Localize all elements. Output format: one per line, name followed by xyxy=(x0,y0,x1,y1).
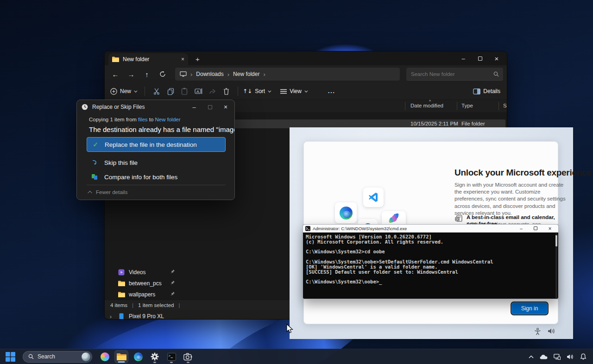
maximize-button[interactable] xyxy=(530,226,542,231)
tab-close-icon[interactable]: × xyxy=(181,56,184,63)
breadcrumb-chevron: › xyxy=(227,71,229,78)
minimize-button[interactable]: – xyxy=(515,226,527,231)
forward-button[interactable]: → xyxy=(124,68,138,81)
search-input[interactable] xyxy=(406,68,503,81)
status-divider: | xyxy=(132,302,133,308)
file-date-modified: 10/15/2025 2:11 PM xyxy=(410,121,458,126)
search-icon xyxy=(493,71,499,77)
cmd-title-bar: Administrator: C:\WINDOWS\system32\cmd.e… xyxy=(303,225,558,232)
start-button[interactable] xyxy=(6,352,15,362)
sidebar-item-videos[interactable]: Videos xyxy=(105,267,179,278)
dialog-title: Replace or Skip Files xyxy=(92,104,145,110)
sidebar-item-between-pcs[interactable]: between_pcs xyxy=(105,278,179,289)
edge-icon xyxy=(340,207,353,220)
explorer-tab-title: New folder xyxy=(123,56,177,63)
maximize-button[interactable] xyxy=(472,51,488,65)
copy-description-prefix: Copying 1 item from xyxy=(89,117,137,122)
sort-button-label: Sort xyxy=(255,88,265,94)
notifications-bell-icon[interactable] xyxy=(580,353,587,360)
view-button-label: View xyxy=(290,88,302,94)
taskbar-screenshot-button[interactable] xyxy=(181,350,195,363)
paste-button[interactable] xyxy=(177,88,191,95)
taskbar-edge-button[interactable] xyxy=(131,350,145,363)
cut-button[interactable] xyxy=(150,88,164,95)
source-folder-link[interactable]: files xyxy=(138,117,147,122)
paste-icon xyxy=(181,88,188,95)
new-plus-icon xyxy=(110,88,117,95)
compare-option-label: Compare info for both files xyxy=(104,174,177,181)
maximize-button[interactable] xyxy=(202,100,218,114)
cmd-icon xyxy=(305,226,310,231)
toolbar-divider xyxy=(238,87,238,96)
copy-progress-clock-icon xyxy=(82,104,88,110)
onedrive-cloud-icon[interactable] xyxy=(540,354,548,359)
toolbar-divider xyxy=(145,87,145,96)
taskbar-search-label: Search xyxy=(38,353,55,360)
hidden-icons-chevron[interactable] xyxy=(529,355,534,358)
minimize-button[interactable]: – xyxy=(186,100,202,114)
skip-arrow-icon xyxy=(91,160,98,166)
details-pane-button[interactable]: Details xyxy=(473,88,500,94)
volume-tray-icon[interactable] xyxy=(567,354,574,360)
taskbar-search-box[interactable]: Search xyxy=(23,351,92,363)
column-header-type[interactable]: Type xyxy=(461,103,473,108)
pin-icon xyxy=(170,280,175,285)
network-tray-icon[interactable] xyxy=(554,354,561,360)
breadcrumb-item-downloads[interactable]: Downloads xyxy=(196,71,223,77)
taskbar: Search >_ xyxy=(0,349,593,364)
column-divider[interactable] xyxy=(457,102,457,110)
outlook-icon xyxy=(455,215,462,222)
taskbar-terminal-button[interactable]: >_ xyxy=(164,350,178,363)
oobe-title: Unlock your Microsoft experience xyxy=(454,168,566,178)
taskbar-settings-button[interactable] xyxy=(148,350,162,363)
sign-in-button[interactable]: Sign in xyxy=(511,302,548,314)
share-button[interactable] xyxy=(205,88,219,94)
sidebar-item-pixel-phone[interactable]: › Pixel 9 Pro XL xyxy=(105,311,179,320)
windows-start-icon xyxy=(6,352,15,362)
back-button[interactable]: ← xyxy=(108,68,122,81)
new-button[interactable]: New xyxy=(110,88,136,95)
copy-icon xyxy=(167,88,174,95)
close-button[interactable]: × xyxy=(218,100,233,114)
refresh-button[interactable] xyxy=(156,68,170,81)
up-button[interactable]: ↑ xyxy=(140,68,154,81)
phone-icon xyxy=(119,313,124,320)
sidebar-item-wallpapers[interactable]: wallpapers xyxy=(105,289,179,300)
sidebar-item-label: between_pcs xyxy=(129,280,162,287)
rename-button[interactable]: A xyxy=(191,88,205,94)
compare-files-option[interactable]: Compare info for both files xyxy=(87,169,226,184)
destination-folder-link[interactable]: New folder xyxy=(155,117,181,122)
close-button[interactable]: × xyxy=(488,51,505,65)
minimize-button[interactable]: – xyxy=(455,51,472,65)
sort-button[interactable]: ↑↓ Sort xyxy=(243,88,270,94)
skip-file-option[interactable]: Skip this file xyxy=(87,155,226,170)
conflict-message: The destination already has a file named… xyxy=(89,126,234,133)
copilot-icon xyxy=(101,352,109,361)
breadcrumb-item-new-folder[interactable]: New folder xyxy=(233,71,259,77)
more-options-button[interactable]: ... xyxy=(328,88,335,94)
expand-chevron-icon[interactable]: › xyxy=(105,313,117,320)
delete-button[interactable] xyxy=(219,88,233,95)
cmd-output[interactable]: Microsoft Windows [Version 10.0.26220.67… xyxy=(306,234,493,284)
sort-icon: ↑↓ xyxy=(243,88,252,94)
replace-file-option[interactable]: ✓ Replace the file in the destination xyxy=(87,137,226,152)
breadcrumb-chevron: › xyxy=(263,71,265,78)
mouse-cursor xyxy=(286,324,293,334)
column-header-size[interactable]: Size xyxy=(503,103,507,108)
new-tab-button[interactable]: + xyxy=(196,55,200,63)
cmd-scrollbar-thumb[interactable] xyxy=(555,235,557,246)
copy-button[interactable] xyxy=(164,88,177,95)
fewer-details-button[interactable]: Fewer details xyxy=(89,189,127,195)
column-divider[interactable] xyxy=(498,102,499,110)
accessibility-icon[interactable] xyxy=(534,328,541,335)
explorer-tab[interactable]: New folder × xyxy=(108,53,188,65)
taskbar-file-explorer-button[interactable] xyxy=(114,350,128,363)
view-button[interactable]: View xyxy=(280,88,307,94)
column-header-date-modified[interactable]: Date modified xyxy=(410,103,443,108)
column-divider[interactable] xyxy=(405,102,405,110)
taskbar-copilot-button[interactable] xyxy=(98,350,112,363)
close-button[interactable]: × xyxy=(544,226,556,232)
replace-or-skip-dialog: Replace or Skip Files – × Copying 1 item… xyxy=(76,100,235,200)
trash-icon xyxy=(223,88,229,95)
volume-icon[interactable] xyxy=(548,328,555,334)
